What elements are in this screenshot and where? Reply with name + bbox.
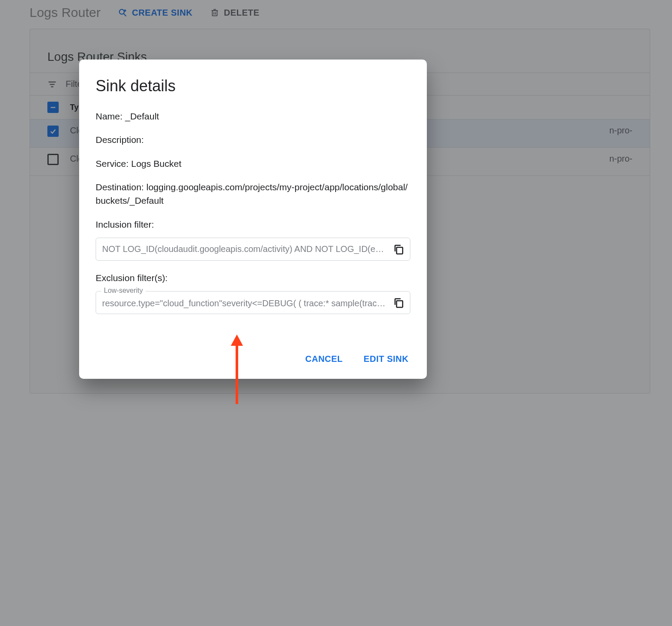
- copy-icon: [393, 243, 405, 255]
- exclusion-filter-value: resource.type="cloud_function"severity<=…: [102, 298, 386, 308]
- svg-rect-14: [396, 301, 403, 307]
- sink-destination-row: Destination: logging.googleapis.com/proj…: [96, 181, 410, 207]
- sink-service-row: Service: Logs Bucket: [96, 157, 410, 170]
- sink-details-dialog: Sink details Name: _Default Description:…: [79, 60, 427, 379]
- exclusion-filter-label: Exclusion filter(s):: [96, 273, 410, 283]
- sink-name-row: Name: _Default: [96, 110, 410, 123]
- copy-icon: [393, 297, 405, 309]
- copy-exclusion-button[interactable]: [393, 297, 405, 309]
- exclusion-filter-box: Low-severity resource.type="cloud_functi…: [96, 291, 410, 314]
- service-label: Service:: [96, 159, 129, 169]
- inclusion-filter-box: NOT LOG_ID(cloudaudit.googleapis.com/act…: [96, 238, 410, 261]
- name-value: _Default: [125, 111, 159, 121]
- desc-label: Description:: [96, 135, 144, 145]
- service-value: Logs Bucket: [131, 159, 182, 169]
- name-label: Name:: [96, 111, 123, 121]
- cancel-button[interactable]: CANCEL: [303, 351, 344, 367]
- dest-label: Destination:: [96, 182, 144, 192]
- edit-sink-button[interactable]: EDIT SINK: [362, 351, 410, 367]
- dialog-actions: CANCEL EDIT SINK: [96, 351, 410, 367]
- svg-rect-13: [396, 247, 403, 254]
- dialog-title: Sink details: [96, 77, 410, 95]
- exclusion-filter-name: Low-severity: [101, 287, 146, 295]
- inclusion-filter-label: Inclusion filter:: [96, 219, 410, 230]
- copy-inclusion-button[interactable]: [393, 243, 405, 255]
- inclusion-filter-value: NOT LOG_ID(cloudaudit.googleapis.com/act…: [102, 244, 410, 254]
- sink-description-row: Description:: [96, 133, 410, 146]
